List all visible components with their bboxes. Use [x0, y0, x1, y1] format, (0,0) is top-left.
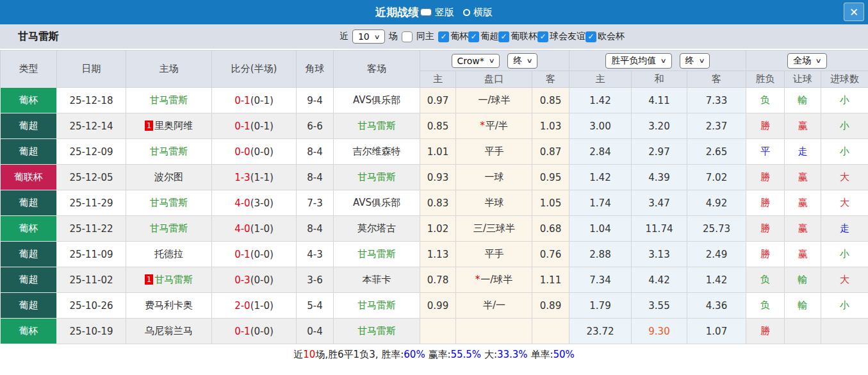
subheader-result: 胜负	[746, 71, 785, 88]
score-cell: 4-0(3-0)	[212, 190, 297, 216]
goals-result-cell: 小	[821, 139, 868, 165]
avg-draw-odds-cell: 3.47	[632, 190, 687, 216]
chevron-down-icon: ∨	[815, 57, 822, 64]
handicap-away-odds-cell: 0.68	[532, 216, 569, 242]
fulltime-score: 0-1	[234, 121, 250, 132]
home-team-name: 托德拉	[154, 248, 183, 260]
avg-type-select[interactable]: 胜平负均值 ∨	[605, 53, 671, 69]
same-home-checkbox[interactable]	[402, 31, 413, 42]
avg-time-select[interactable]: 终 ∨	[680, 53, 710, 69]
score-cell: 0-1(0-1)	[212, 113, 297, 139]
league-type-cell: 葡杯	[1, 88, 57, 113]
handicap-result-cell: 輸	[785, 267, 821, 293]
handicap-line: 平/半	[486, 120, 508, 131]
summary-segment: 10	[303, 349, 315, 360]
corner-cell: 3-6	[297, 267, 334, 293]
league-checkbox[interactable]: ✓	[438, 31, 449, 42]
corner-cell: 7-3	[297, 190, 334, 216]
halftime-score: (0-1)	[250, 95, 274, 106]
goals-result-cell	[821, 319, 868, 344]
subheader-avg-away: 客	[687, 71, 746, 88]
halftime-score: (1-0)	[250, 223, 274, 235]
match-date-cell: 25-11-09	[57, 242, 126, 267]
result-cell: 负	[746, 293, 785, 319]
chevron-down-icon: ∨	[488, 57, 495, 64]
handicap-home-odds-cell: 0.93	[420, 165, 456, 190]
halftime-score: (1-1)	[250, 172, 274, 183]
score-cell: 2-0(1-0)	[212, 293, 297, 319]
scope-select[interactable]: 全场 ∨	[787, 53, 826, 69]
league-checkbox-label[interactable]: 球会友谊	[550, 31, 585, 42]
goals-result-cell: 大	[821, 267, 868, 293]
avg-time-value: 终	[685, 55, 694, 67]
league-checkbox-label[interactable]: 葡联杯	[511, 31, 537, 42]
home-team-cell: 甘马雷斯	[126, 190, 212, 216]
avg-away-odds-cell: 4.92	[687, 190, 746, 216]
home-team-name: 波尔图	[154, 171, 183, 183]
handicap-away-odds-cell	[532, 319, 569, 344]
table-row: 葡超 25-11-29 甘马雷斯 4-0(3-0) 7-3 AVS俱乐部 0.8…	[1, 190, 868, 216]
league-checkbox[interactable]: ✓	[537, 31, 548, 42]
away-team-name: 甘马雷斯	[357, 299, 396, 311]
avg-home-odds-cell: 7.34	[569, 267, 632, 293]
matches-count-select[interactable]: 10 ∨	[352, 29, 385, 44]
halftime-score: (0-0)	[250, 249, 274, 260]
horizontal-layout-radio[interactable]	[463, 9, 470, 16]
home-team-cell: 乌尼翁兰马	[126, 319, 212, 344]
summary-footer: 近 10 场,胜6平1负3, 胜率: 60% 赢率: 55.5% 大: 33.3…	[0, 344, 868, 365]
league-checkbox-label[interactable]: 欧会杯	[598, 31, 625, 42]
home-team-cell: 波尔图	[126, 165, 212, 190]
corner-cell: 8-4	[297, 165, 334, 190]
corner-cell: 5-4	[297, 293, 334, 319]
avg-draw-odds-cell: 4.11	[632, 88, 687, 113]
league-checkbox[interactable]: ✓	[468, 31, 479, 42]
handicap-result-cell: 赢	[785, 190, 821, 216]
match-date-cell: 25-10-26	[57, 293, 126, 319]
header-home: 主场	[126, 51, 212, 88]
handicap-away-odds-cell: 1.05	[532, 190, 569, 216]
summary-segment: 60%	[404, 349, 425, 360]
handicap-home-odds-cell: 1.01	[420, 139, 456, 165]
odds-source-select[interactable]: Crow* ∨	[452, 54, 500, 68]
scope-value: 全场	[793, 55, 811, 67]
chevron-down-icon: ∨	[660, 57, 667, 64]
league-checkbox[interactable]: ✓	[498, 31, 509, 42]
home-team-cell: 1里奥阿维	[126, 113, 212, 139]
goals-result-cell: 小	[821, 113, 868, 139]
table-row: 葡超 25-10-26 费马利卡奥 2-0(1-0) 5-4 甘马雷斯 0.99…	[1, 293, 868, 319]
handicap-home-odds-cell: 1.13	[420, 242, 456, 267]
close-button[interactable]: ✕	[844, 3, 864, 21]
handicap-home-odds-cell: 0.85	[420, 113, 456, 139]
away-team-cell: 甘马雷斯	[334, 165, 420, 190]
handicap-time-select[interactable]: 终 ∨	[507, 53, 537, 69]
handicap-away-odds-cell: 0.87	[532, 139, 569, 165]
avg-away-odds-cell: 4.36	[687, 293, 746, 319]
avg-draw-odds-cell: 3.20	[632, 113, 687, 139]
summary-segment: 近	[293, 349, 303, 361]
score-cell: 4-0(1-0)	[212, 216, 297, 242]
match-rows: 葡杯 25-12-18 甘马雷斯 0-1(0-1) 9-4 AVS俱乐部 0.9…	[1, 88, 868, 344]
handicap-line-cell: 一球	[456, 165, 532, 190]
horizontal-layout-label[interactable]: 横版	[473, 6, 493, 19]
league-checkbox-label[interactable]: 葡杯	[450, 31, 468, 42]
avg-home-odds-cell: 2.88	[569, 242, 632, 267]
score-cell: 0-1(0-0)	[212, 319, 297, 344]
result-cell: 勝	[746, 165, 785, 190]
table-row: 葡联杯 25-12-05 波尔图 1-3(1-1) 8-4 甘马雷斯 0.93 …	[1, 165, 868, 190]
handicap-result-cell: 赢	[785, 216, 821, 242]
table-row: 葡超 25-11-02 1甘马雷斯 0-3(0-0) 3-6 本菲卡 0.78 …	[1, 267, 868, 293]
away-team-name: 莫尔塔古	[357, 222, 396, 234]
vertical-layout-radio[interactable]	[420, 8, 432, 16]
summary-segment: 33.3%	[497, 349, 528, 360]
league-filter: ✓ 球会友谊	[537, 31, 585, 42]
avg-away-odds-cell: 7.33	[687, 88, 746, 113]
league-checkbox-label[interactable]: 葡超	[480, 31, 498, 42]
vertical-layout-label[interactable]: 竖版	[435, 6, 454, 19]
odds-source-value: Crow*	[457, 56, 484, 66]
handicap-line: 半球	[485, 197, 504, 208]
league-checkbox[interactable]: ✓	[585, 31, 596, 42]
away-team-cell: 甘马雷斯	[334, 319, 420, 344]
fulltime-score: 0-1	[234, 326, 250, 337]
league-filter: ✓ 葡杯	[438, 31, 468, 42]
avg-type-value: 胜平负均值	[611, 55, 656, 67]
